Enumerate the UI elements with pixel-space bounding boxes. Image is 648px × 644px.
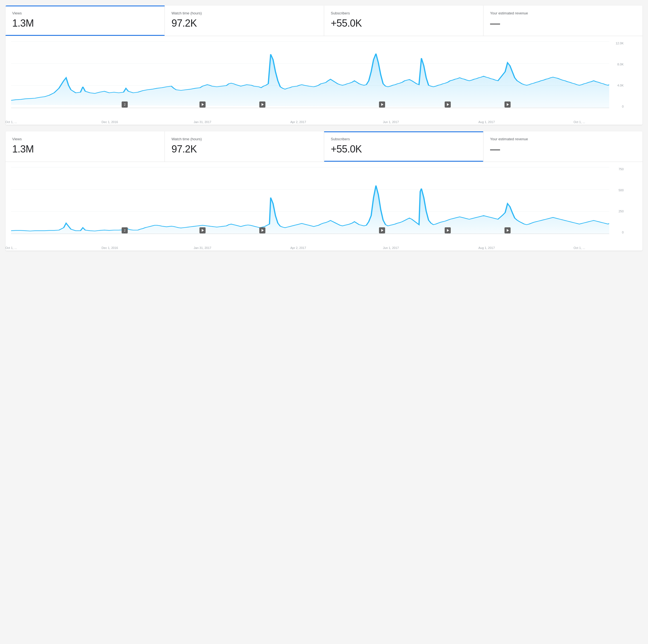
watchtime-label-1: Watch time (hours) — [171, 11, 317, 15]
revenue-value-1: — — [490, 17, 636, 29]
play-icon — [507, 103, 509, 106]
x-label-2-1: Dec 1, 2016 — [102, 246, 118, 249]
video-marker-1-play4[interactable] — [445, 101, 451, 108]
video-marker-2-num[interactable]: 2 — [122, 227, 128, 234]
x-label-1-6: Oct 1, ... — [574, 120, 585, 123]
subscribers-label-2: Subscribers — [331, 137, 477, 141]
watchtime-value-2: 97.2K — [171, 143, 317, 155]
revenue-label-2: Your estimated revenue — [490, 137, 636, 141]
x-label-1-5: Aug 1, 2017 — [478, 120, 495, 123]
play-icon — [202, 103, 204, 106]
stat-watchtime-2[interactable]: Watch time (hours) 97.2K — [165, 132, 324, 162]
video-marker-2-play3[interactable] — [379, 227, 385, 234]
stat-subscribers-2[interactable]: Subscribers +55.0K — [324, 132, 483, 162]
video-marker-2-play1[interactable] — [200, 227, 206, 234]
y-axis-1: 0 4.0K 8.0K 12.0K — [610, 42, 626, 108]
video-marker-1-play5[interactable] — [504, 101, 510, 108]
video-markers-1: 2 — [11, 101, 609, 108]
revenue-value-2: — — [490, 143, 636, 155]
play-icon — [381, 103, 383, 106]
video-markers-2: 2 — [11, 227, 609, 234]
video-marker-1-play2[interactable] — [259, 101, 265, 108]
stats-row-1: Views 1.3M Watch time (hours) 97.2K Subs… — [6, 6, 642, 36]
chart-area-2: 0 250 500 750 — [6, 162, 642, 251]
video-marker-2-play2[interactable] — [259, 227, 265, 234]
play-icon — [262, 229, 264, 232]
chart-container-2: 0 250 500 750 — [11, 167, 626, 251]
x-label-1-2: Jan 31, 2017 — [194, 120, 211, 123]
video-marker-2-play4[interactable] — [445, 227, 451, 234]
chart-area-1: 0 4.0K 8.0K 12.0K — [6, 36, 642, 125]
x-label-2-5: Aug 1, 2017 — [478, 246, 495, 249]
x-label-1-3: Apr 2, 2017 — [290, 120, 306, 123]
stat-views-1[interactable]: Views 1.3M — [6, 6, 165, 36]
play-icon — [507, 229, 509, 232]
play-icon — [262, 103, 264, 106]
play-icon — [381, 229, 383, 232]
stat-watchtime-1[interactable]: Watch time (hours) 97.2K — [165, 6, 324, 36]
stats-row-2: Views 1.3M Watch time (hours) 97.2K Subs… — [6, 132, 642, 162]
x-label-1-4: Jun 1, 2017 — [383, 120, 399, 123]
stat-revenue-1[interactable]: Your estimated revenue — — [483, 6, 642, 36]
x-label-2-2: Jan 31, 2017 — [194, 246, 211, 249]
stat-views-2[interactable]: Views 1.3M — [6, 132, 165, 162]
subscribers-value-2: +55.0K — [331, 143, 477, 155]
x-axis-1: Oct 1, ... Dec 1, 2016 Jan 31, 2017 Apr … — [11, 109, 609, 125]
play-icon — [447, 229, 449, 232]
views-value-2: 1.3M — [12, 143, 158, 155]
views-label-1: Views — [12, 11, 158, 15]
watchtime-value-1: 97.2K — [171, 17, 317, 29]
x-label-2-4: Jun 1, 2017 — [383, 246, 399, 249]
subscribers-label-1: Subscribers — [331, 11, 477, 15]
views-value-1: 1.3M — [12, 17, 158, 29]
x-label-2-6: Oct 1, ... — [574, 246, 585, 249]
revenue-label-1: Your estimated revenue — [490, 11, 636, 15]
chart-inner-2 — [11, 167, 609, 234]
stat-subscribers-1[interactable]: Subscribers +55.0K — [324, 6, 483, 36]
analytics-card-2: Views 1.3M Watch time (hours) 97.2K Subs… — [6, 132, 642, 251]
watchtime-label-2: Watch time (hours) — [171, 137, 317, 141]
play-icon — [447, 103, 449, 106]
play-icon — [202, 229, 204, 232]
x-label-2-0: Oct 1, ... — [6, 246, 17, 249]
line-chart-svg-2 — [11, 167, 609, 234]
video-marker-1-play3[interactable] — [379, 101, 385, 108]
chart-container-1: 0 4.0K 8.0K 12.0K — [11, 42, 626, 125]
analytics-card-1: Views 1.3M Watch time (hours) 97.2K Subs… — [6, 6, 642, 125]
chart-inner-1 — [11, 42, 609, 108]
subscribers-value-1: +55.0K — [331, 17, 477, 29]
video-marker-1-play1[interactable] — [200, 101, 206, 108]
video-marker-1-num[interactable]: 2 — [122, 101, 128, 108]
line-chart-svg-1 — [11, 42, 609, 108]
views-label-2: Views — [12, 137, 158, 141]
x-label-2-3: Apr 2, 2017 — [290, 246, 306, 249]
y-axis-2: 0 250 500 750 — [610, 167, 626, 234]
video-marker-2-play5[interactable] — [504, 227, 510, 234]
stat-revenue-2[interactable]: Your estimated revenue — — [483, 132, 642, 162]
x-label-1-0: Oct 1, ... — [6, 120, 17, 123]
x-axis-2: Oct 1, ... Dec 1, 2016 Jan 31, 2017 Apr … — [11, 235, 609, 251]
x-label-1-1: Dec 1, 2016 — [102, 120, 118, 123]
